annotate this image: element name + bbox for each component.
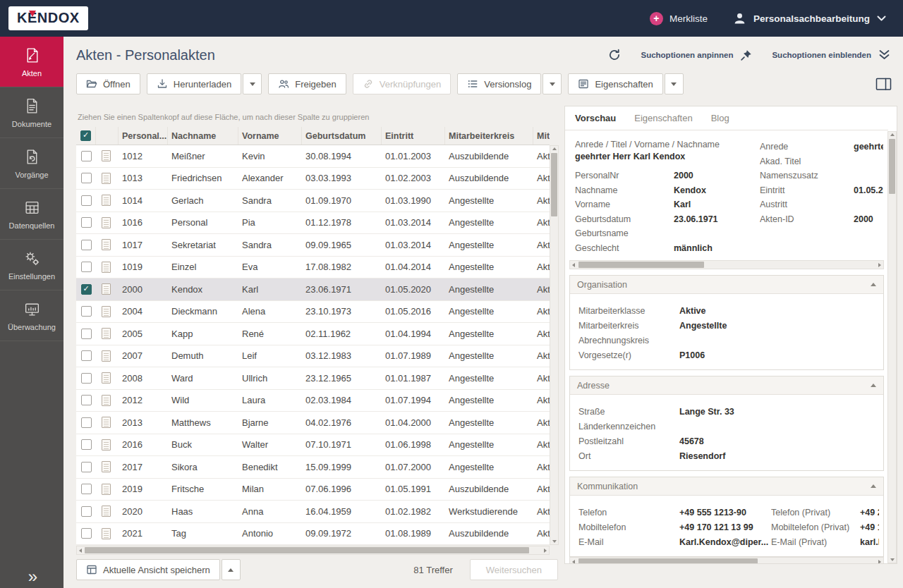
row-checkbox[interactable] (81, 506, 92, 517)
row-checkbox[interactable] (81, 240, 92, 250)
column-header-geburtsdatum[interactable]: Geburtsdatum (302, 127, 382, 145)
table-row[interactable]: 1019 Einzel Eva 17.08.1982 01.04.2014 An… (76, 257, 550, 279)
scroll-track[interactable] (577, 558, 876, 563)
row-checkbox[interactable] (81, 262, 92, 272)
table-row[interactable]: 1016 Personal Pia 01.12.1978 01.03.2014 … (76, 212, 550, 235)
kendox-logo[interactable]: KENDOX (8, 6, 88, 30)
scroll-right-arrow[interactable] (878, 560, 881, 564)
sidebar-item-einstellungen[interactable]: Einstellungen (0, 240, 63, 290)
scroll-down-arrow[interactable] (552, 540, 557, 543)
row-checkbox[interactable] (81, 484, 92, 494)
column-header-vorname[interactable]: Vorname (238, 127, 302, 145)
column-header-eintritt[interactable]: Eintritt (382, 127, 445, 145)
scroll-thumb[interactable] (889, 139, 895, 194)
row-checkbox[interactable] (81, 306, 92, 317)
table-row[interactable]: 1012 Meißner Kevin 30.08.1994 01.01.2003… (76, 145, 550, 168)
table-row[interactable]: 2021 Tag Antonio 09.09.1972 01.08.1989 A… (76, 523, 550, 546)
sidebar-item-akten[interactable]: Akten (0, 37, 63, 87)
tab-eigenschaften[interactable]: Eigenschaften (634, 113, 692, 123)
grid-vertical-scrollbar[interactable] (550, 145, 559, 545)
sidebar-item-ueberwachung[interactable]: Überwachung (0, 290, 63, 341)
user-menu[interactable]: Personalsachbearbeitung (733, 12, 886, 25)
detail-horizontal-scrollbar[interactable] (569, 260, 884, 269)
grid-horizontal-scrollbar[interactable] (76, 546, 550, 555)
save-view-button[interactable]: Aktuelle Ansicht speichern (76, 559, 220, 580)
row-checkbox[interactable] (81, 373, 92, 384)
table-row[interactable]: 2012 Wild Laura 02.03.1984 01.07.1994 An… (76, 390, 550, 412)
section-kommunikation-header[interactable]: Kommunikation (570, 477, 883, 496)
column-header-nachname[interactable]: Nachname (168, 127, 238, 145)
download-menu-button[interactable] (243, 73, 262, 94)
properties-button[interactable]: Eigenschaften (568, 73, 662, 94)
column-header-mitarbeiterkreis[interactable]: Mitarbeiterkreis (445, 127, 533, 145)
share-button[interactable]: Freigeben (268, 73, 346, 94)
detail-vertical-scrollbar[interactable] (887, 131, 897, 563)
versionlog-button[interactable]: Versionslog (457, 73, 541, 94)
section-adresse-header[interactable]: Adresse (570, 376, 883, 395)
row-checkbox[interactable] (81, 284, 92, 295)
row-checkbox[interactable] (81, 462, 92, 472)
scroll-thumb[interactable] (578, 558, 758, 563)
table-row[interactable]: 2020 Haas Anna 16.04.1959 01.02.1982 Wer… (76, 501, 550, 523)
table-row[interactable]: 2000 Kendox Karl 23.06.1971 01.05.2020 A… (76, 278, 550, 301)
scroll-right-arrow[interactable] (544, 549, 547, 553)
scroll-track[interactable] (551, 152, 557, 539)
sidebar-expand-button[interactable]: » (0, 568, 63, 585)
scroll-track[interactable] (889, 137, 895, 557)
scroll-left-arrow[interactable] (572, 263, 575, 267)
properties-menu-button[interactable] (665, 73, 684, 94)
scroll-thumb[interactable] (578, 262, 704, 268)
panel-layout-toggle-icon[interactable] (875, 78, 892, 91)
download-button[interactable]: Herunterladen (147, 73, 241, 94)
row-checkbox[interactable] (81, 217, 92, 228)
versionlog-menu-button[interactable] (543, 73, 562, 94)
table-row[interactable]: 2004 Dieckmann Alena 23.10.1973 01.05.20… (76, 301, 550, 324)
table-row[interactable]: 1013 Friedrichsen Alexander 03.03.1993 0… (76, 168, 550, 190)
tab-blog[interactable]: Blog (711, 113, 729, 123)
row-checkbox[interactable] (81, 395, 92, 405)
select-all-checkbox[interactable] (80, 130, 91, 141)
refresh-icon[interactable] (608, 49, 621, 61)
sidebar-item-datenquellen[interactable]: Datenquellen (0, 189, 63, 240)
links-button[interactable]: Verknüpfungen (353, 73, 451, 94)
row-checkbox[interactable] (81, 350, 92, 361)
tab-vorschau[interactable]: Vorschau (575, 113, 616, 123)
table-row[interactable]: 2017 Sikora Benedikt 15.09.1999 01.07.20… (76, 456, 550, 479)
table-row[interactable]: 2008 Ward Ullrich 23.12.1965 01.01.1987 … (76, 367, 550, 390)
scroll-thumb[interactable] (85, 547, 529, 553)
table-row[interactable]: 2007 Demuth Leif 03.12.1983 01.07.1989 A… (76, 345, 550, 368)
row-checkbox[interactable] (81, 195, 92, 206)
weitersuchen-button[interactable]: Weitersuchen (470, 559, 558, 580)
table-row[interactable]: 2019 Fritsche Milan 07.06.1996 01.05.199… (76, 479, 550, 501)
open-button[interactable]: Öffnen (76, 73, 140, 94)
row-checkbox[interactable] (81, 151, 92, 161)
table-row[interactable]: 2016 Buck Walter 07.10.1971 01.06.1998 A… (76, 434, 550, 457)
sidebar-item-vorgaenge[interactable]: Vorgänge (0, 138, 63, 189)
column-header-personalnr[interactable]: Personal... (119, 127, 168, 145)
scroll-left-arrow[interactable] (572, 560, 575, 564)
detail-bottom-scrollbar[interactable] (569, 557, 884, 563)
table-row[interactable]: 1017 Sekretariat Sandra 09.09.1965 01.03… (76, 234, 550, 257)
save-view-menu-button[interactable] (222, 559, 241, 580)
row-checkbox[interactable] (81, 417, 92, 428)
table-row[interactable]: 2005 Kapp René 02.11.1962 01.04.1994 Ang… (76, 323, 550, 345)
scroll-track[interactable] (84, 547, 542, 553)
show-search-options[interactable]: Suchoptionen einblenden (772, 49, 890, 61)
column-header-mit[interactable]: Mit (533, 127, 550, 145)
row-checkbox[interactable] (81, 173, 92, 183)
merkliste-button[interactable]: + Merkliste (650, 12, 708, 25)
scroll-thumb[interactable] (551, 153, 557, 216)
scroll-left-arrow[interactable] (79, 549, 82, 553)
row-checkbox[interactable] (81, 439, 92, 450)
scroll-right-arrow[interactable] (878, 263, 881, 267)
row-checkbox[interactable] (81, 528, 92, 539)
scroll-track[interactable] (577, 262, 876, 268)
scroll-down-arrow[interactable] (890, 558, 895, 561)
row-checkbox[interactable] (81, 329, 92, 339)
sidebar-item-dokumente[interactable]: Dokumente (0, 87, 63, 138)
table-row[interactable]: 1014 Gerlach Sandra 01.09.1970 01.03.199… (76, 190, 550, 212)
section-organisation-header[interactable]: Organisation (570, 276, 883, 294)
pin-search-options[interactable]: Suchoptionen anpinnen (641, 49, 752, 61)
table-row[interactable]: 2013 Matthews Bjarne 04.02.1976 01.04.20… (76, 412, 550, 434)
scroll-up-arrow[interactable] (890, 133, 895, 136)
